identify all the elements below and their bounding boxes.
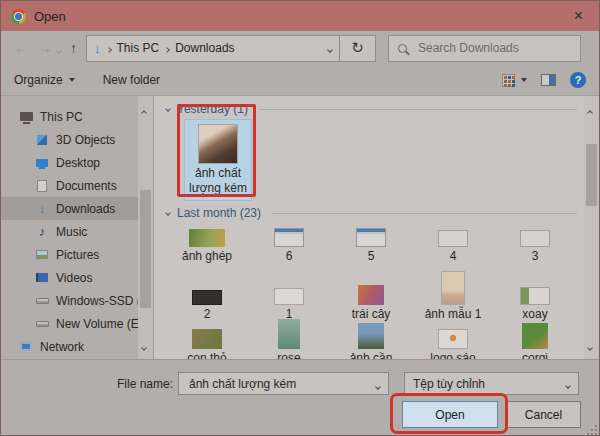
group-header-last-month[interactable]: Last month (23) [166,206,583,220]
open-file-dialog: Open × ← → ↑ ↓ This PC Downloads ↻ Organ… [0,0,600,436]
sidebar-items: This PC 3D Objects Desktop Documents Dow… [1,105,153,358]
file-type-select[interactable]: Tệp tùy chỉnh [404,372,579,395]
scroll-down-icon[interactable] [142,336,146,354]
navigation-pane: This PC 3D Objects Desktop Documents Dow… [1,96,153,359]
resize-grip[interactable] [588,426,597,435]
thumbnail-rabbit [192,329,222,349]
up-icon[interactable]: ↑ [65,41,82,55]
preview-pane-icon[interactable] [541,74,556,86]
file-item[interactable]: 6 [248,223,330,263]
file-item-label: xoay [522,307,547,321]
organize-caret-icon [69,78,75,82]
file-item-label: con thỏ [187,351,226,359]
collapse-chevron-icon [165,210,171,216]
desktop-icon [35,159,49,167]
close-icon[interactable]: × [568,6,589,26]
thumbnail-xoay [520,287,550,305]
file-item[interactable]: 2 [166,269,248,321]
sidebar-item-pictures[interactable]: Pictures [1,243,153,266]
search-icon [398,44,407,53]
sidebar-item-network[interactable]: Network [1,335,153,358]
file-item[interactable]: trái cây [330,269,412,321]
chevron-down-icon [566,377,570,391]
view-mode-button[interactable] [502,74,527,87]
help-icon[interactable]: ? [570,72,586,88]
group-header-yesterday[interactable]: Yesterday (1) [166,102,583,116]
scrollbar-thumb[interactable] [140,190,151,308]
sidebar-item-desktop[interactable]: Desktop [1,151,153,174]
file-item[interactable]: ảnh mẫu 1 [412,269,494,321]
file-item[interactable]: 3 [494,223,576,263]
navigation-bar: ← → ↑ ↓ This PC Downloads ↻ [1,31,599,65]
thumbnail-photo-green [189,229,225,247]
file-item[interactable]: 5 [330,223,412,263]
thumbnail-portrait [441,271,465,305]
sidebar-scrollbar[interactable] [138,96,153,359]
new-folder-button[interactable]: New folder [103,73,160,87]
address-bar[interactable]: ↓ This PC Downloads [86,35,340,62]
file-name-combobox[interactable] [178,372,389,395]
breadcrumb-downloads[interactable]: Downloads [175,41,234,55]
search-input[interactable] [416,40,556,56]
thumbnail-landscape [358,323,384,349]
breadcrumb-separator-icon [165,41,169,55]
open-button[interactable]: Open [402,401,498,428]
cancel-button[interactable]: Cancel [506,401,581,428]
recent-locations-icon[interactable] [57,39,65,57]
collapse-chevron-icon [165,106,171,112]
breadcrumb-this-pc[interactable]: This PC [117,41,160,55]
network-icon [19,342,33,351]
scroll-down-icon[interactable] [588,336,592,354]
computer-icon [19,112,33,121]
file-item[interactable]: rose [248,327,330,359]
sidebar-item-documents[interactable]: Documents [1,174,153,197]
thumbnail-doc-light [438,230,468,247]
cube-icon [35,135,49,145]
file-list: Yesterday (1) ảnh chất lượng kém Last mo… [153,96,599,359]
file-item[interactable]: con thỏ [166,327,248,359]
thumbnail-logo [438,329,468,349]
file-item-label: ảnh ghép [182,249,232,263]
file-item[interactable]: corgi [494,327,576,359]
scroll-up-icon[interactable] [588,101,592,119]
dialog-content: This PC 3D Objects Desktop Documents Dow… [1,96,599,359]
group-divider [272,213,577,214]
file-item-label: 2 [204,307,211,321]
file-item-label: 3 [532,249,539,263]
sidebar-item-windows-ssd-c-[interactable]: Windows-SSD (C:) [1,289,153,312]
file-item[interactable]: logo sáo [412,327,494,359]
forward-icon[interactable]: → [33,41,57,55]
file-item[interactable]: 4 [412,223,494,263]
back-icon[interactable]: ← [9,41,33,55]
sidebar-item-videos[interactable]: Videos [1,266,153,289]
scrollbar-thumb[interactable] [586,144,597,206]
file-item[interactable]: xoay [494,269,576,321]
file-list-scrollbar[interactable] [584,96,599,359]
sidebar-item-downloads[interactable]: Downloads [1,197,153,220]
thumbnail-dark [192,290,222,305]
thumbnail-doc-light [520,230,550,247]
chevron-down-icon[interactable] [376,375,380,393]
breadcrumb-separator-icon [107,41,111,55]
video-icon [35,273,49,282]
download-icon [35,202,49,216]
file-item[interactable]: ảnh cần [330,327,412,359]
file-name-input[interactable] [187,376,370,392]
sidebar-item-this-pc[interactable]: This PC [1,105,153,128]
organize-button[interactable]: Organize [14,73,75,87]
view-mode-caret-icon [521,78,527,82]
thumbnail-rose [278,319,300,349]
sidebar-item-3d-objects[interactable]: 3D Objects [1,128,153,151]
picture-icon [35,250,49,259]
file-name-label: File name: [111,377,173,391]
sidebar-item-music[interactable]: Music [1,220,153,243]
file-item[interactable]: ảnh ghép [166,223,248,263]
file-item[interactable]: 1 [248,269,330,321]
sidebar-item-new-volume-e-[interactable]: New Volume (E:) [1,312,153,335]
scroll-up-icon[interactable] [142,101,146,119]
refresh-icon[interactable]: ↻ [340,35,376,62]
thumbnail-shot-blue [274,228,304,247]
address-dropdown-icon[interactable] [328,41,332,55]
file-item-selected[interactable]: ảnh chất lượng kém [184,119,252,201]
search-box[interactable] [388,35,581,62]
